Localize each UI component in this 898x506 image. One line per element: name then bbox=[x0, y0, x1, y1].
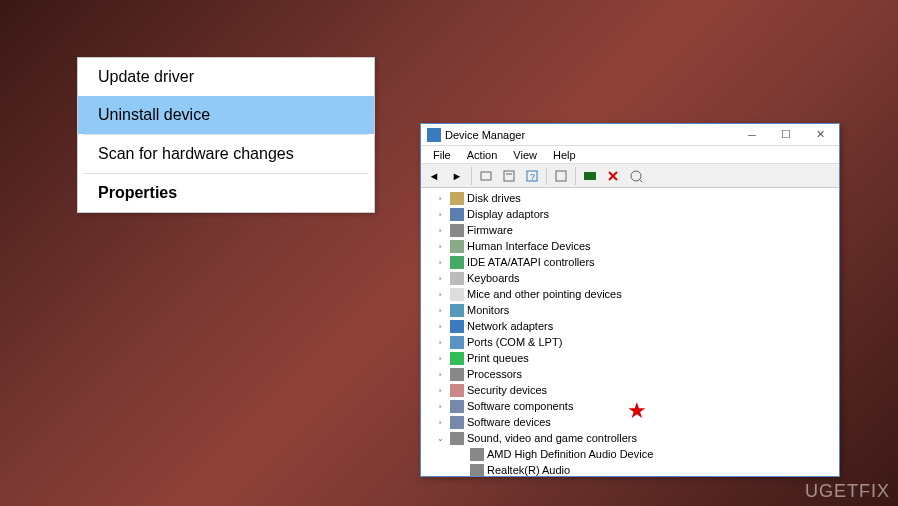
tree-item-label[interactable]: Sound, video and game controllers bbox=[467, 432, 637, 444]
tree-item[interactable]: ›Human Interface Devices bbox=[425, 238, 835, 254]
menu-file[interactable]: File bbox=[425, 149, 459, 161]
window-title: Device Manager bbox=[445, 129, 735, 141]
device-category-icon bbox=[450, 368, 464, 381]
tree-item[interactable]: AMD High Definition Audio Device bbox=[425, 446, 835, 462]
device-manager-window: Device Manager ─ ☐ ✕ File Action View He… bbox=[420, 123, 840, 477]
tree-item[interactable]: ›Mice and other pointing devices bbox=[425, 286, 835, 302]
tree-expander-icon[interactable]: › bbox=[433, 223, 447, 237]
toolbar-separator bbox=[471, 167, 472, 185]
tree-item[interactable]: ›Software devices bbox=[425, 414, 835, 430]
device-category-icon bbox=[450, 432, 464, 445]
device-category-icon bbox=[470, 448, 484, 461]
toolbar-uninstall-icon[interactable] bbox=[602, 166, 624, 186]
tree-expander-icon[interactable]: › bbox=[433, 303, 447, 317]
tree-item-label[interactable]: Network adapters bbox=[467, 320, 553, 332]
tree-item-label[interactable]: Firmware bbox=[467, 224, 513, 236]
tree-expander-icon[interactable]: › bbox=[433, 367, 447, 381]
svg-rect-6 bbox=[584, 172, 596, 180]
device-category-icon bbox=[450, 320, 464, 333]
tree-item-label[interactable]: Security devices bbox=[467, 384, 547, 396]
tree-item[interactable]: ›IDE ATA/ATAPI controllers bbox=[425, 254, 835, 270]
tree-expander-icon[interactable]: › bbox=[433, 351, 447, 365]
toolbar-back-icon[interactable]: ◄ bbox=[423, 166, 445, 186]
device-category-icon bbox=[450, 192, 464, 205]
tree-expander-icon[interactable]: › bbox=[433, 191, 447, 205]
tree-item-label[interactable]: Realtek(R) Audio bbox=[487, 464, 570, 476]
context-menu: Update driver Uninstall device Scan for … bbox=[77, 57, 375, 213]
device-category-icon bbox=[450, 240, 464, 253]
device-category-icon bbox=[450, 416, 464, 429]
svg-text:?: ? bbox=[530, 172, 535, 182]
close-button[interactable]: ✕ bbox=[803, 125, 837, 145]
toolbar-monitor-icon[interactable] bbox=[579, 166, 601, 186]
device-category-icon bbox=[450, 336, 464, 349]
toolbar-separator bbox=[575, 167, 576, 185]
menu-action[interactable]: Action bbox=[459, 149, 506, 161]
tree-item-label[interactable]: Ports (COM & LPT) bbox=[467, 336, 562, 348]
menu-help[interactable]: Help bbox=[545, 149, 584, 161]
tree-item[interactable]: ›Security devices bbox=[425, 382, 835, 398]
context-menu-update-driver[interactable]: Update driver bbox=[78, 58, 374, 96]
context-menu-properties[interactable]: Properties bbox=[78, 174, 374, 212]
tree-expander-icon[interactable]: › bbox=[433, 335, 447, 349]
tree-expander-icon[interactable]: › bbox=[433, 255, 447, 269]
tree-expander-icon[interactable]: › bbox=[433, 239, 447, 253]
tree-item[interactable]: ›Firmware bbox=[425, 222, 835, 238]
context-menu-scan-hardware[interactable]: Scan for hardware changes bbox=[78, 135, 374, 173]
tree-item[interactable]: ›Monitors bbox=[425, 302, 835, 318]
window-controls: ─ ☐ ✕ bbox=[735, 125, 837, 145]
device-tree[interactable]: ›Disk drives›Display adaptors›Firmware›H… bbox=[421, 188, 839, 476]
menu-view[interactable]: View bbox=[505, 149, 545, 161]
toolbar-separator bbox=[546, 167, 547, 185]
tree-item[interactable]: ›Software components bbox=[425, 398, 835, 414]
tree-item-label[interactable]: Software devices bbox=[467, 416, 551, 428]
tree-item-label[interactable]: Human Interface Devices bbox=[467, 240, 591, 252]
tree-expander-icon[interactable]: › bbox=[433, 287, 447, 301]
tree-expander-icon[interactable]: › bbox=[433, 415, 447, 429]
tree-item[interactable]: ⌄Sound, video and game controllers bbox=[425, 430, 835, 446]
tree-expander-icon[interactable]: › bbox=[433, 399, 447, 413]
tree-item[interactable]: ›Print queues bbox=[425, 350, 835, 366]
tree-expander-icon[interactable]: › bbox=[433, 319, 447, 333]
minimize-button[interactable]: ─ bbox=[735, 125, 769, 145]
tree-item[interactable]: Realtek(R) Audio bbox=[425, 462, 835, 476]
tree-item-label[interactable]: Monitors bbox=[467, 304, 509, 316]
tree-item-label[interactable]: Display adaptors bbox=[467, 208, 549, 220]
tree-item[interactable]: ›Processors bbox=[425, 366, 835, 382]
device-category-icon bbox=[450, 352, 464, 365]
toolbar-properties-icon[interactable] bbox=[498, 166, 520, 186]
titlebar[interactable]: Device Manager ─ ☐ ✕ bbox=[421, 124, 839, 146]
tree-item[interactable]: ›Disk drives bbox=[425, 190, 835, 206]
tree-expander-icon[interactable] bbox=[453, 463, 467, 476]
tree-item-label[interactable]: Print queues bbox=[467, 352, 529, 364]
toolbar-forward-icon[interactable]: ► bbox=[446, 166, 468, 186]
tree-item-label[interactable]: Keyboards bbox=[467, 272, 520, 284]
tree-item-label[interactable]: Processors bbox=[467, 368, 522, 380]
tree-expander-icon[interactable]: › bbox=[433, 207, 447, 221]
tree-item-label[interactable]: Software components bbox=[467, 400, 573, 412]
toolbar-help-icon[interactable]: ? bbox=[521, 166, 543, 186]
tree-item-label[interactable]: Mice and other pointing devices bbox=[467, 288, 622, 300]
maximize-button[interactable]: ☐ bbox=[769, 125, 803, 145]
device-category-icon bbox=[450, 256, 464, 269]
tree-item-label[interactable]: AMD High Definition Audio Device bbox=[487, 448, 653, 460]
toolbar-refresh-icon[interactable] bbox=[550, 166, 572, 186]
tree-expander-icon[interactable] bbox=[453, 447, 467, 461]
device-manager-icon bbox=[427, 128, 441, 142]
tree-item-label[interactable]: IDE ATA/ATAPI controllers bbox=[467, 256, 595, 268]
context-menu-uninstall-device[interactable]: Uninstall device bbox=[78, 96, 374, 134]
tree-item[interactable]: ›Keyboards bbox=[425, 270, 835, 286]
svg-rect-1 bbox=[504, 171, 514, 181]
tree-expander-icon[interactable]: › bbox=[433, 383, 447, 397]
tree-item[interactable]: ›Display adaptors bbox=[425, 206, 835, 222]
svg-rect-5 bbox=[556, 171, 566, 181]
tree-item[interactable]: ›Network adapters bbox=[425, 318, 835, 334]
toolbar-show-hidden-icon[interactable] bbox=[475, 166, 497, 186]
tree-expander-icon[interactable]: ⌄ bbox=[433, 431, 447, 445]
device-category-icon bbox=[450, 208, 464, 221]
toolbar-scan-icon[interactable] bbox=[625, 166, 647, 186]
device-category-icon bbox=[450, 288, 464, 301]
tree-item[interactable]: ›Ports (COM & LPT) bbox=[425, 334, 835, 350]
tree-item-label[interactable]: Disk drives bbox=[467, 192, 521, 204]
tree-expander-icon[interactable]: › bbox=[433, 271, 447, 285]
